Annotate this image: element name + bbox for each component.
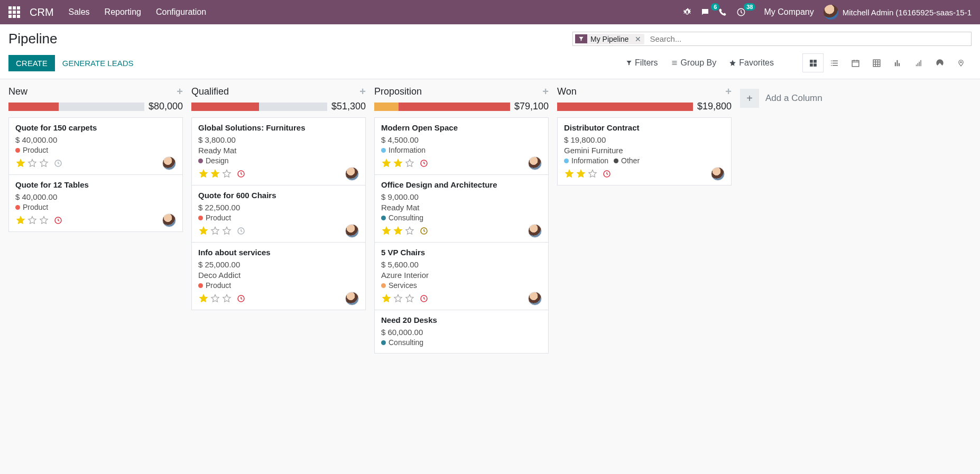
activity-clock-icon[interactable] [419,294,429,303]
filters-dropdown[interactable]: Filters [626,58,658,68]
progress-segment[interactable] [557,103,693,111]
priority-star[interactable] [198,169,209,179]
column-quick-create[interactable]: + [359,86,366,98]
priority-star[interactable] [393,226,403,236]
apps-icon[interactable] [8,6,20,18]
assignee-avatar-icon[interactable] [528,156,542,170]
priority-star[interactable] [381,293,392,304]
view-list[interactable] [824,53,845,72]
progress-segment[interactable] [374,103,399,111]
priority-star[interactable] [27,158,38,169]
priority-star[interactable] [221,293,232,304]
activity-clock-icon[interactable] [53,216,63,225]
view-cohort[interactable] [908,53,929,72]
assignee-avatar-icon[interactable] [345,224,359,238]
view-dashboard[interactable] [929,53,950,72]
phone-icon[interactable] [718,8,736,16]
create-button[interactable]: CREATE [8,55,55,71]
company-selector[interactable]: My Company [764,7,813,17]
user-menu[interactable]: Mitchell Admin (16165925-saas-15-1 [824,5,972,20]
priority-star[interactable] [221,169,232,179]
facet-remove[interactable]: ✕ [632,34,644,44]
favorites-dropdown[interactable]: Favorites [729,58,774,68]
column-title[interactable]: New [8,86,27,97]
activity-clock-icon[interactable] [53,159,63,168]
groupby-dropdown[interactable]: Group By [671,58,717,68]
priority-star[interactable] [381,226,392,236]
priority-star[interactable] [576,169,586,179]
priority-star[interactable] [27,215,38,226]
priority-star[interactable] [393,293,403,304]
priority-star[interactable] [15,158,26,169]
activity-clock-icon[interactable] [419,159,429,168]
card-amount: $ 5,600.00 [381,260,542,269]
nav-reporting[interactable]: Reporting [105,7,141,17]
priority-star[interactable] [210,169,220,179]
priority-star[interactable] [198,226,209,236]
column-title[interactable]: Won [557,86,577,97]
priority-star[interactable] [404,158,415,169]
kanban-card[interactable]: 5 VP Chairs$ 5,600.00Azure InteriorServi… [374,242,549,310]
progress-segment[interactable] [399,103,510,111]
assignee-avatar-icon[interactable] [345,292,359,305]
priority-star[interactable] [210,226,220,236]
search-input[interactable] [648,33,969,44]
priority-star[interactable] [381,158,392,169]
column-amount: $51,300 [331,101,366,112]
priority-star[interactable] [393,158,403,169]
assignee-avatar-icon[interactable] [711,167,725,181]
priority-star[interactable] [587,169,598,179]
assignee-avatar-icon[interactable] [528,292,542,305]
view-calendar[interactable] [845,53,866,72]
activities-icon[interactable]: 38 [736,7,754,17]
priority-star[interactable] [404,226,415,236]
column-quick-create[interactable]: + [725,86,732,98]
kanban-card[interactable]: Distributor Contract$ 19,800.00Gemini Fu… [557,117,732,185]
assignee-avatar-icon[interactable] [162,156,176,170]
assignee-avatar-icon[interactable] [345,167,359,181]
progress-segment[interactable] [191,103,259,111]
priority-star[interactable] [39,215,49,226]
priority-star[interactable] [39,158,49,169]
kanban-card[interactable]: Quote for 600 Chairs$ 22,500.00Product [191,185,366,243]
activity-clock-icon[interactable] [602,169,612,179]
kanban-card[interactable]: Global Solutions: Furnitures$ 3,800.00Re… [191,117,366,185]
search-box[interactable]: My Pipeline ✕ [572,32,972,46]
tag-dot-icon [198,216,203,220]
column-title[interactable]: Qualified [191,86,229,97]
activity-clock-icon[interactable] [236,294,246,303]
assignee-avatar-icon[interactable] [528,224,542,238]
column-title[interactable]: Proposition [374,86,422,97]
add-column-icon[interactable]: + [740,89,759,108]
view-map[interactable] [950,53,972,72]
view-pivot[interactable] [866,53,887,72]
kanban-card[interactable]: Quote for 12 Tables$ 40,000.00Product [8,174,183,232]
activity-clock-icon[interactable] [236,226,246,236]
view-graph[interactable] [887,53,908,72]
nav-sales[interactable]: Sales [69,7,90,17]
activity-clock-icon[interactable] [419,226,429,236]
kanban-card[interactable]: Need 20 Desks$ 60,000.00Consulting [374,310,549,354]
kanban-card[interactable]: Modern Open Space$ 4,500.00Information [374,117,549,175]
column-quick-create[interactable]: + [177,86,183,98]
priority-star[interactable] [210,293,220,304]
priority-star[interactable] [15,215,26,226]
priority-star[interactable] [564,169,575,179]
priority-star[interactable] [198,293,209,304]
progress-segment[interactable] [8,103,59,111]
priority-star[interactable] [404,293,415,304]
add-column[interactable]: +Add a Column [736,83,842,113]
kanban-card[interactable]: Quote for 150 carpets$ 40,000.00Product [8,117,183,175]
messages-icon[interactable]: 6 [700,7,718,17]
kanban-card[interactable]: Office Design and Architecture$ 9,000.00… [374,174,549,243]
kanban-card[interactable]: Info about services$ 25,000.00Deco Addic… [191,242,366,310]
nav-configuration[interactable]: Configuration [156,7,206,17]
assignee-avatar-icon[interactable] [162,213,176,227]
debug-icon[interactable] [682,7,700,17]
activity-clock-icon[interactable] [236,169,246,179]
column-quick-create[interactable]: + [542,86,549,98]
priority-star[interactable] [221,226,232,236]
app-brand[interactable]: CRM [30,6,54,18]
generate-leads-button[interactable]: GENERATE LEADS [55,55,141,71]
view-kanban[interactable] [802,53,824,72]
